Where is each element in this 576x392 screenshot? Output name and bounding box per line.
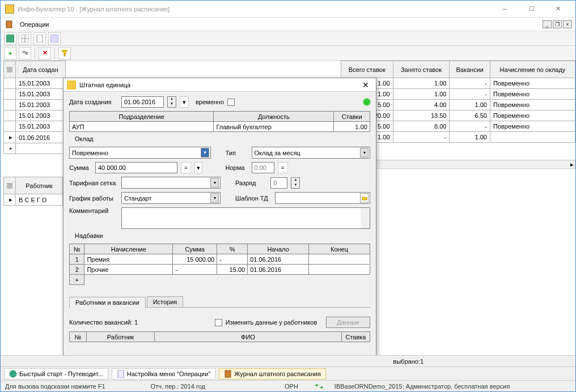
scrollbar-v[interactable] (361, 208, 370, 228)
allowances-table[interactable]: № Начисление Сумма % Начало Конец 1 Прем… (69, 244, 370, 285)
col-taken[interactable]: Занято ставок (393, 61, 450, 78)
dialog-close-button[interactable]: ✕ (359, 79, 372, 91)
sum-input[interactable] (95, 162, 177, 173)
col-sum[interactable]: Сумма (173, 244, 217, 254)
cell[interactable]: 4.00 (393, 100, 450, 110)
cell[interactable]: Повременно (490, 89, 575, 100)
col-worker[interactable]: Работник (87, 332, 155, 342)
tb-sheet-icon[interactable] (48, 32, 61, 45)
worker-grid[interactable]: Работник ▸В С Е Г О (3, 177, 63, 206)
dep-cell[interactable]: АУП (70, 122, 214, 132)
row-num[interactable]: 2 (70, 265, 84, 275)
col-end[interactable]: Конец (309, 244, 370, 254)
date-grid[interactable]: Дата создан 15.01.2003 15.01.2003 15.01.… (3, 61, 66, 154)
schedule-combo[interactable]: Стандарт ▾ (121, 192, 221, 204)
date-cell[interactable]: 15.01.2003 (16, 110, 66, 121)
tab-workers[interactable]: Работники и вакансии (69, 297, 146, 308)
allow-cell[interactable]: 15.00 (217, 265, 248, 275)
created-date-input[interactable] (121, 96, 164, 108)
norm-btn[interactable]: ≡ (278, 162, 288, 173)
allow-cell[interactable] (309, 254, 370, 265)
row-num[interactable]: 1 (70, 254, 84, 265)
tb-abc-icon[interactable]: ᴬᴮᴄ (19, 47, 31, 59)
unit-table[interactable]: Подразделение Должность Ставки АУП Главн… (69, 111, 370, 132)
date-cell[interactable]: 15.01.2003 (16, 89, 66, 100)
task-quickstart[interactable]: Быстрый старт - Путеводит... (4, 368, 108, 380)
col-pct[interactable]: % (217, 244, 248, 254)
comment-textarea[interactable] (121, 207, 370, 229)
salary-type-combo[interactable]: Повременно ▼ (69, 147, 211, 159)
tb-add-icon[interactable]: + (4, 47, 16, 59)
data-button[interactable]: Данные (326, 317, 370, 328)
allow-cell[interactable]: 01.06.2016 (248, 265, 309, 275)
cell[interactable]: - (450, 78, 490, 89)
tb-doc-icon[interactable] (33, 32, 46, 45)
tb-table-icon[interactable] (19, 32, 31, 45)
cell[interactable]: 6.50 (450, 110, 490, 121)
cell[interactable]: - (450, 121, 490, 132)
cell[interactable]: 1.00 (450, 132, 490, 143)
mdi-close[interactable]: × (563, 20, 572, 28)
col-accrual[interactable]: Начисление (84, 244, 173, 254)
cell[interactable]: Повременно (490, 78, 575, 89)
date-cell[interactable]: 15.01.2003 (16, 121, 66, 132)
date-cell[interactable]: 15.01.2003 (16, 78, 66, 89)
sum-btn2[interactable]: ▾ (194, 162, 202, 173)
date-cell[interactable]: 15.01.2003 (16, 100, 66, 110)
tb-grid-icon[interactable] (4, 32, 16, 45)
template-combo[interactable] (275, 192, 370, 204)
task-journal[interactable]: Журнал штатного расписания (219, 368, 326, 380)
tab-history[interactable]: История (147, 296, 184, 307)
col-vacancy[interactable]: Вакансии (450, 61, 490, 78)
add-allowance-button[interactable]: + (70, 275, 84, 285)
change-data-checkbox[interactable] (215, 319, 222, 326)
col-date[interactable]: Дата создан (16, 61, 66, 78)
col-num[interactable]: № (70, 244, 84, 254)
allow-cell[interactable]: Прочие (84, 265, 173, 275)
col-total[interactable]: Всего ставок (341, 61, 393, 78)
sum-btn1[interactable]: ≡ (181, 162, 191, 173)
cell[interactable]: 8.00 (393, 121, 450, 132)
col-fio[interactable]: ФИО (155, 332, 342, 342)
col-position[interactable]: Должность (214, 112, 334, 122)
allow-cell[interactable] (309, 265, 370, 275)
mdi-restore[interactable]: ❐ (553, 20, 562, 28)
allow-cell[interactable]: - (217, 254, 248, 265)
task-setup[interactable]: Настройка меню "Операции" (112, 368, 216, 380)
col-num[interactable]: № (70, 332, 87, 342)
col-accrual[interactable]: Начисление по окладу (490, 61, 575, 78)
allow-cell[interactable]: - (173, 265, 217, 275)
cell[interactable]: 13.50 (393, 110, 450, 121)
cell[interactable]: Повременно (490, 100, 575, 110)
col-department[interactable]: Подразделение (70, 112, 214, 122)
cell[interactable]: - (450, 89, 490, 100)
cell[interactable]: 1.00 (450, 100, 490, 110)
tb-filter-icon[interactable] (58, 47, 71, 59)
tariff-combo[interactable]: ▾ (121, 177, 221, 189)
allow-cell[interactable]: 01.06.2016 (248, 254, 309, 265)
col-rate[interactable]: Ставки (334, 112, 370, 122)
cell[interactable]: 1.00 (393, 89, 450, 100)
add-row[interactable] (16, 143, 66, 154)
col-rate[interactable]: Ставка (342, 332, 370, 342)
temp-checkbox[interactable] (227, 99, 235, 106)
mdi-minimize[interactable]: _ (543, 20, 552, 28)
type-combo[interactable]: Оклад за месяц ▾ (252, 147, 371, 159)
close-button[interactable]: ✕ (545, 1, 571, 17)
rank-spinner[interactable]: ▲▼ (291, 177, 300, 189)
tb-delete-icon[interactable]: ✕ (39, 47, 51, 59)
date-dropdown[interactable]: ▾ (180, 96, 189, 108)
allow-cell[interactable]: 15 000.00 (173, 254, 217, 265)
workers-table[interactable]: № Работник ФИО Ставка (69, 331, 370, 342)
date-spinner[interactable]: ▲▼ (167, 96, 176, 108)
maximize-button[interactable]: ☐ (519, 1, 544, 17)
cell[interactable]: Повременно (490, 121, 575, 132)
pos-cell[interactable]: Главный бухгалтер (214, 122, 334, 132)
col-worker[interactable]: Работник (16, 177, 63, 194)
col-start[interactable]: Начало (248, 244, 309, 254)
rate-cell[interactable]: 1.00 (334, 122, 370, 132)
minimize-button[interactable]: ─ (492, 1, 518, 17)
cell[interactable] (490, 132, 575, 143)
dialog-titlebar[interactable]: Штатная единица ✕ (63, 78, 376, 92)
menu-operations[interactable]: Операции (16, 20, 52, 29)
